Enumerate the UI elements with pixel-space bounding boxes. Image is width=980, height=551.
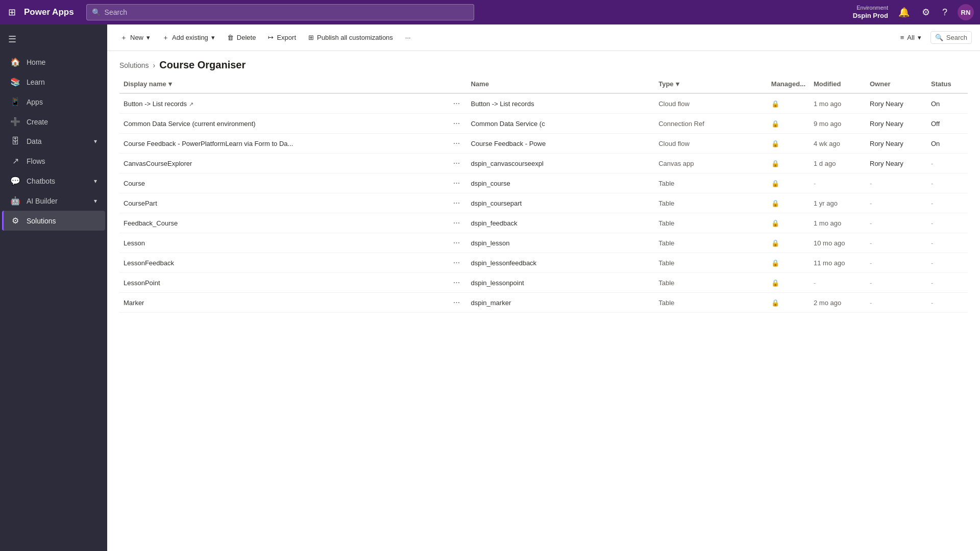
export-button[interactable]: ↦ Export <box>263 31 301 44</box>
col-header-modified[interactable]: Modified <box>810 75 866 93</box>
sidebar-item-ai-builder[interactable]: 🤖 AI Builder ▾ <box>2 191 105 211</box>
settings-icon[interactable]: ⚙ <box>920 5 932 20</box>
sidebar-item-create[interactable]: ➕ Create <box>2 112 105 132</box>
waffle-icon[interactable]: ⊞ <box>6 5 18 20</box>
add-existing-button[interactable]: ＋ Add existing ▾ <box>157 30 220 45</box>
toolbar: ＋ New ▾ ＋ Add existing ▾ 🗑 Delete ↦ Expo… <box>107 24 980 51</box>
sidebar-icon-home: 🏠 <box>10 57 20 67</box>
cell-status-2: On <box>927 134 968 154</box>
cell-modified-6: 1 mo ago <box>810 213 866 233</box>
sidebar-label-data: Data <box>27 137 42 145</box>
cell-type-2: Cloud flow <box>654 134 767 154</box>
sidebar-chevron-chatbots: ▾ <box>94 178 97 185</box>
environment-info: Environment Dspin Prod <box>853 4 888 20</box>
table-row: CanvasCourseExplorer ···dspin_canvascour… <box>119 154 968 173</box>
delete-button[interactable]: 🗑 Delete <box>222 31 261 44</box>
cell-type-5: Table <box>654 193 767 213</box>
sidebar-label-flows: Flows <box>27 157 45 165</box>
col-header-name[interactable]: Name <box>467 75 654 93</box>
cell-type-3: Canvas app <box>654 154 767 173</box>
help-icon[interactable]: ? <box>940 5 949 20</box>
more-button[interactable]: ··· <box>400 31 416 44</box>
sidebar-toggle[interactable]: ☰ <box>0 29 107 50</box>
cell-options-7[interactable]: ··· <box>446 233 467 253</box>
cell-type-6: Table <box>654 213 767 233</box>
col-header-displayname[interactable]: Display name ▾ <box>119 75 446 93</box>
sidebar-item-apps[interactable]: 📱 Apps <box>2 92 105 112</box>
global-search-input[interactable] <box>105 8 469 16</box>
cell-displayname-9: LessonPoint <box>119 273 446 293</box>
cell-options-6[interactable]: ··· <box>446 213 467 233</box>
sidebar-item-data[interactable]: 🗄 Data ▾ <box>2 132 105 151</box>
sort-icon-type: ▾ <box>676 80 679 88</box>
table-row: LessonFeedback ···dspin_lessonfeedbackTa… <box>119 253 968 273</box>
cell-options-9[interactable]: ··· <box>446 273 467 293</box>
cell-status-3: - <box>927 154 968 173</box>
cell-displayname-3: CanvasCourseExplorer <box>119 154 446 173</box>
cell-type-7: Table <box>654 233 767 253</box>
table-row: CoursePart ···dspin_coursepartTable🔒1 yr… <box>119 193 968 213</box>
cell-managed-8: 🔒 <box>767 253 810 273</box>
sidebar-label-learn: Learn <box>27 78 45 86</box>
cell-owner-8: - <box>866 253 927 273</box>
cell-name-10: dspin_marker <box>467 293 654 313</box>
cell-name-5: dspin_coursepart <box>467 193 654 213</box>
content-area: ＋ New ▾ ＋ Add existing ▾ 🗑 Delete ↦ Expo… <box>107 24 980 551</box>
sidebar-item-chatbots[interactable]: 💬 Chatbots ▾ <box>2 171 105 191</box>
add-existing-chevron-icon: ▾ <box>211 34 215 41</box>
cell-modified-7: 10 mo ago <box>810 233 866 253</box>
cell-options-4[interactable]: ··· <box>446 173 467 193</box>
cell-modified-0: 1 mo ago <box>810 93 866 114</box>
col-header-owner[interactable]: Owner <box>866 75 927 93</box>
table-row: Course Feedback - PowerPlatformLearn via… <box>119 134 968 154</box>
cell-type-10: Table <box>654 293 767 313</box>
cell-managed-2: 🔒 <box>767 134 810 154</box>
delete-icon: 🗑 <box>227 34 234 41</box>
sidebar-item-flows[interactable]: ↗ Flows <box>2 151 105 171</box>
cell-type-8: Table <box>654 253 767 273</box>
new-button[interactable]: ＋ New ▾ <box>115 30 155 45</box>
cell-type-9: Table <box>654 273 767 293</box>
toolbar-search[interactable]: 🔍 Search <box>930 31 972 44</box>
search-icon: 🔍 <box>92 8 101 16</box>
cell-managed-1: 🔒 <box>767 114 810 134</box>
cell-status-4: - <box>927 173 968 193</box>
export-icon: ↦ <box>268 34 274 41</box>
environment-name: Dspin Prod <box>853 12 888 20</box>
breadcrumb-current: Course Organiser <box>159 59 246 71</box>
publish-button[interactable]: ⊞ Publish all customizations <box>303 31 398 44</box>
sidebar-item-home[interactable]: 🏠 Home <box>2 52 105 72</box>
breadcrumb: Solutions › Course Organiser <box>107 51 980 75</box>
cell-status-9: - <box>927 273 968 293</box>
table-row: LessonPoint ···dspin_lessonpointTable🔒--… <box>119 273 968 293</box>
col-header-options <box>446 75 467 93</box>
avatar[interactable]: RN <box>958 4 974 20</box>
cell-options-8[interactable]: ··· <box>446 253 467 273</box>
cell-options-5[interactable]: ··· <box>446 193 467 213</box>
cell-managed-6: 🔒 <box>767 213 810 233</box>
cell-modified-2: 4 wk ago <box>810 134 866 154</box>
cell-displayname-4: Course <box>119 173 446 193</box>
sidebar: ☰ 🏠 Home 📚 Learn 📱 Apps ➕ Create 🗄 Data … <box>0 24 107 551</box>
col-header-status[interactable]: Status <box>927 75 968 93</box>
cell-options-2[interactable]: ··· <box>446 134 467 154</box>
cell-name-9: dspin_lessonpoint <box>467 273 654 293</box>
breadcrumb-solutions-link[interactable]: Solutions <box>119 61 149 69</box>
filter-button[interactable]: ≡ All ▾ <box>895 31 926 44</box>
cell-owner-5: - <box>866 193 927 213</box>
cell-displayname-2: Course Feedback - PowerPlatformLearn via… <box>119 134 446 154</box>
notifications-icon[interactable]: 🔔 <box>896 5 912 20</box>
sidebar-item-learn[interactable]: 📚 Learn <box>2 72 105 92</box>
sidebar-item-solutions[interactable]: ⚙ Solutions <box>2 211 105 231</box>
col-header-type[interactable]: Type ▾ <box>654 75 767 93</box>
cell-displayname-8: LessonFeedback <box>119 253 446 273</box>
cell-modified-3: 1 d ago <box>810 154 866 173</box>
sidebar-chevron-ai-builder: ▾ <box>94 197 97 205</box>
col-header-managed[interactable]: Managed... <box>767 75 810 93</box>
cell-options-3[interactable]: ··· <box>446 154 467 173</box>
cell-options-10[interactable]: ··· <box>446 293 467 313</box>
main-layout: ☰ 🏠 Home 📚 Learn 📱 Apps ➕ Create 🗄 Data … <box>0 24 980 551</box>
global-search-bar[interactable]: 🔍 <box>86 4 474 20</box>
cell-options-1[interactable]: ··· <box>446 114 467 134</box>
cell-options-0[interactable]: ··· <box>446 93 467 114</box>
